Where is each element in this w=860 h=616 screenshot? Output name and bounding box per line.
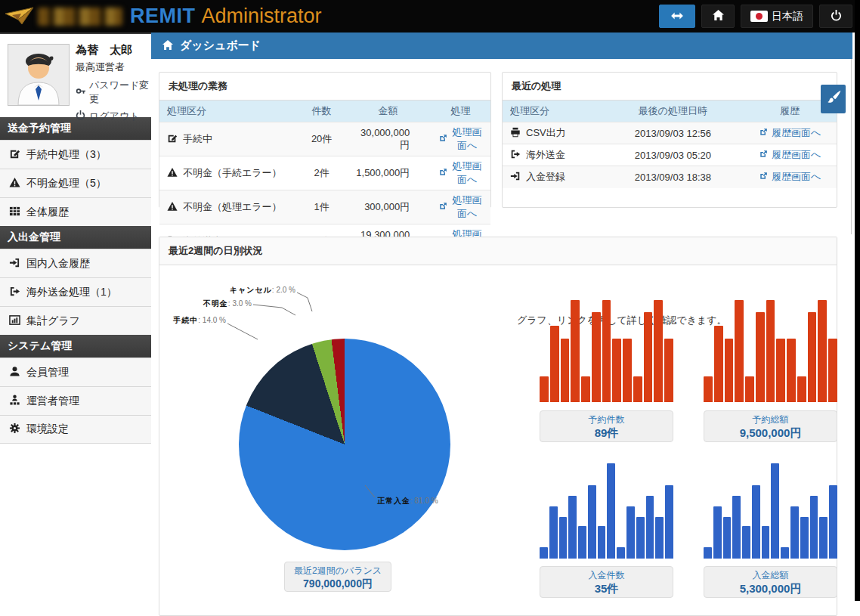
bar[interactable] (745, 376, 754, 402)
bar[interactable] (665, 485, 673, 559)
external-link-icon (759, 150, 768, 161)
bar[interactable] (568, 496, 577, 559)
bar[interactable] (581, 376, 590, 402)
bar[interactable] (561, 339, 570, 402)
sidebar-item-operator-management[interactable]: 運営者管理 (0, 386, 151, 415)
bar[interactable] (654, 300, 663, 402)
bar[interactable] (664, 339, 673, 402)
home-button[interactable] (701, 5, 735, 28)
bar[interactable] (732, 496, 741, 559)
bar[interactable] (776, 339, 785, 402)
sidebar-item-full-history[interactable]: 全体履歴 (0, 197, 151, 226)
bar[interactable] (781, 547, 789, 559)
bar[interactable] (607, 463, 615, 559)
sidebar-item-domestic-deposit-history[interactable]: 国内入金履歴 (0, 249, 151, 277)
deposit-total-chart[interactable] (704, 463, 837, 559)
bar[interactable] (598, 526, 606, 559)
bar[interactable] (592, 312, 601, 402)
bar[interactable] (810, 496, 818, 559)
bar[interactable] (766, 300, 775, 402)
bar[interactable] (723, 517, 732, 559)
bar[interactable] (704, 376, 713, 402)
external-link-icon (438, 134, 447, 145)
process-screen-link[interactable]: 処理画面へ (438, 125, 483, 153)
balance-summary-box[interactable]: 最近2週間のバランス 790,000,000円 (284, 562, 391, 592)
bar[interactable] (655, 517, 664, 559)
reservation-count-box[interactable]: 予約件数 89件 (540, 410, 673, 442)
sidebar-item-unknown-funds[interactable]: 不明金処理（5） (0, 169, 151, 197)
brand-logo[interactable]: REMIT Administrator (0, 5, 322, 28)
bar[interactable] (735, 300, 744, 402)
bar[interactable] (559, 517, 568, 559)
logout-link[interactable]: ログアウト (76, 110, 151, 123)
bar[interactable] (752, 485, 760, 559)
reservation-total-chart[interactable] (704, 300, 837, 402)
bar[interactable] (644, 312, 653, 402)
reservation-total-box[interactable]: 予約総額 9,500,000円 (704, 410, 837, 442)
user-role: 最高運営者 (76, 60, 151, 74)
bar[interactable] (797, 376, 806, 402)
history-screen-link[interactable]: 履歴画面へ (759, 126, 821, 140)
bar[interactable] (612, 339, 621, 402)
sidebar-item-summary-graph[interactable]: 集計グラフ (0, 306, 151, 335)
bar[interactable] (550, 326, 559, 402)
bar[interactable] (626, 506, 635, 559)
sidebar-item-member-management[interactable]: 会員管理 (0, 358, 151, 386)
sidebar-item-overseas-remittance[interactable]: 海外送金処理（1） (0, 277, 151, 306)
bar[interactable] (828, 339, 837, 402)
warning-icon (167, 167, 178, 180)
reservation-count-chart[interactable] (540, 300, 673, 402)
bar[interactable] (790, 506, 799, 559)
bar[interactable] (540, 547, 548, 559)
deposit-total-box[interactable]: 入金総額 5,300,000円 (704, 566, 837, 598)
bar[interactable] (713, 506, 722, 559)
warning-icon (167, 201, 178, 214)
pie-label-normal: 正常入金: 81.0 % (377, 496, 438, 506)
sidebar-item-pending-process[interactable]: 手続中処理（3） (0, 140, 151, 169)
page-title-bar: ダッシュボード (151, 33, 852, 59)
deposit-count-box[interactable]: 入金件数 35件 (540, 566, 673, 598)
bar[interactable] (742, 526, 750, 559)
bar[interactable] (819, 517, 828, 559)
bar[interactable] (714, 326, 723, 402)
change-password-link[interactable]: パスワード変更 (76, 79, 151, 106)
bar[interactable] (588, 485, 596, 559)
bar[interactable] (725, 339, 734, 402)
theme-brush-button[interactable] (821, 85, 846, 113)
bar[interactable] (800, 517, 809, 559)
bar[interactable] (636, 517, 645, 559)
remit-admin-dashboard: REMIT Administrator 日本語 (0, 0, 860, 616)
bar[interactable] (617, 547, 625, 559)
bar[interactable] (646, 496, 654, 559)
bar[interactable] (808, 312, 817, 402)
bar[interactable] (704, 547, 712, 559)
history-screen-link[interactable]: 履歴画面へ (759, 148, 821, 162)
bar[interactable] (540, 376, 549, 402)
collapse-sidebar-button[interactable] (659, 5, 695, 28)
language-button[interactable]: 日本語 (741, 5, 813, 28)
process-screen-link[interactable]: 処理画面へ (438, 193, 483, 221)
sidebar-item-settings[interactable]: 環境設定 (0, 415, 151, 444)
bar[interactable] (578, 526, 586, 559)
pie-label-cancel: キャンセル: 2.0 % (220, 285, 295, 296)
bar[interactable] (762, 526, 770, 559)
deposit-count-chart[interactable] (540, 463, 673, 559)
bar[interactable] (633, 376, 642, 402)
logout-power-button[interactable] (819, 5, 852, 28)
bar[interactable] (571, 300, 580, 402)
warning-icon (9, 177, 20, 190)
bar[interactable] (602, 300, 611, 402)
history-screen-link[interactable]: 履歴画面へ (759, 170, 821, 184)
sidebar: 為替 太郎 最高運営者 パスワード変更 (0, 33, 151, 444)
bar[interactable] (623, 339, 632, 402)
bar[interactable] (829, 485, 837, 559)
japan-flag-icon (750, 11, 768, 22)
bar[interactable] (787, 339, 796, 402)
process-screen-link[interactable]: 処理画面へ (438, 159, 483, 187)
scrollbar-track[interactable] (851, 59, 852, 234)
bar[interactable] (756, 312, 765, 402)
bar[interactable] (549, 506, 558, 559)
bar[interactable] (818, 300, 827, 402)
deposit-status-pie-chart[interactable] (239, 339, 450, 550)
bar[interactable] (771, 463, 779, 559)
